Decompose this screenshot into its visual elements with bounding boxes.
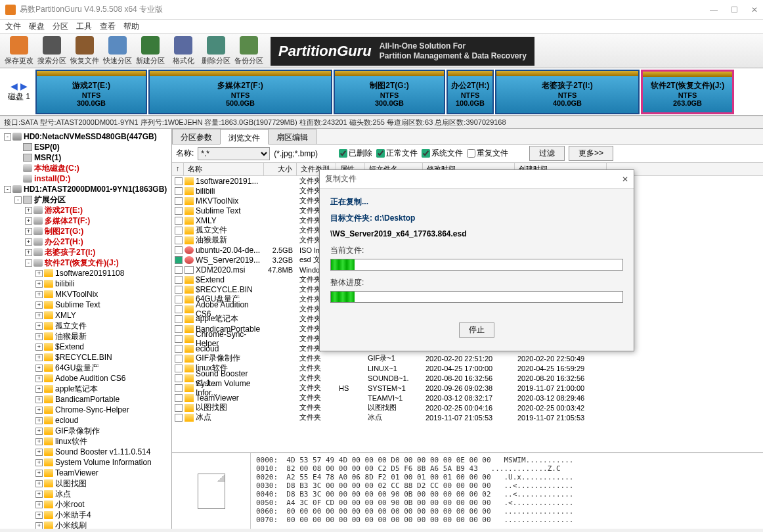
tree-item[interactable]: +Adobe Audition CS6 [1, 373, 170, 384]
expander-icon[interactable]: + [35, 438, 43, 445]
tree-item[interactable]: +BandicamPortable [1, 394, 170, 405]
tab-浏览文件[interactable]: 浏览文件 [220, 129, 269, 144]
checkbox-icon[interactable] [175, 335, 183, 343]
expander-icon[interactable]: + [35, 428, 43, 435]
expander-icon[interactable]: + [35, 449, 43, 456]
checkbox-icon[interactable] [175, 207, 183, 215]
checkbox-icon[interactable] [175, 246, 183, 254]
partition-多媒体2T(F:)[interactable]: 多媒体2T(F:)NTFS500.0GB [148, 70, 332, 114]
tbtn-删除分区[interactable]: 删除分区 [200, 36, 232, 66]
tbtn-恢复文件[interactable]: 恢复文件 [68, 36, 101, 66]
expander-icon[interactable]: + [35, 407, 43, 414]
checkbox-icon[interactable] [175, 227, 183, 234]
expander-icon[interactable]: + [35, 270, 43, 277]
expander-icon[interactable]: + [35, 470, 43, 477]
tree-item[interactable]: +ecloud [1, 415, 170, 426]
tbtn-格式化[interactable]: 格式化 [167, 36, 200, 66]
tree-item[interactable]: -HD1:ATAST2000DM001-9YN1(1863GB) [1, 184, 170, 194]
expander-icon[interactable]: + [35, 501, 43, 508]
tbtn-新建分区[interactable]: 新建分区 [134, 36, 167, 66]
checkbox-icon[interactable] [175, 187, 183, 195]
tree-item[interactable]: +bilibili [1, 278, 170, 289]
tree-item[interactable]: +游戏2T(E:) [1, 205, 170, 215]
expander-icon[interactable]: + [35, 417, 43, 424]
minimize-icon[interactable]: — [710, 5, 718, 14]
tbtn-搜索分区[interactable]: 搜索分区 [35, 36, 68, 66]
expander-icon[interactable]: - [4, 133, 11, 141]
expander-icon[interactable]: - [14, 196, 22, 204]
menu-查看[interactable]: 查看 [100, 21, 116, 32]
maximize-icon[interactable]: ☐ [731, 5, 738, 14]
tree-item[interactable]: -软件2T(恢复文件)(J:) [1, 257, 170, 268]
more-button[interactable]: 更多>> [569, 146, 613, 161]
tree-item[interactable]: +MKVToolNix [1, 289, 170, 299]
tree-item[interactable]: +多媒体2T(F:) [1, 215, 170, 226]
tree-item[interactable]: +制图2T(G:) [1, 226, 170, 236]
tree-item[interactable]: +Chrome-Sync-Helper [1, 405, 170, 415]
menu-硬盘[interactable]: 硬盘 [29, 21, 45, 32]
tree-item[interactable]: +System Volume Information [1, 457, 170, 468]
partition-老婆孩子2T(I:)[interactable]: 老婆孩子2T(I:)NTFS400.0GB [495, 70, 640, 114]
expander-icon[interactable]: + [35, 291, 43, 298]
chk-dup[interactable]: 重复文件 [467, 148, 508, 159]
tree-item[interactable]: +小米root [1, 499, 170, 510]
checkbox-icon[interactable] [175, 305, 183, 313]
expander-icon[interactable]: + [25, 207, 32, 214]
checkbox-icon[interactable] [175, 315, 183, 323]
pattern-select[interactable]: *.* [198, 147, 270, 160]
partition-软件2T(恢复文件)(J:)[interactable]: 软件2T(恢复文件)(J:)NTFS263.0GB [641, 70, 734, 114]
expander-icon[interactable]: + [35, 396, 43, 403]
expander-icon[interactable]: + [35, 480, 43, 487]
tree-item[interactable]: -HD0:NetacNVMeSSD480GB(447GB) [1, 131, 170, 142]
chk-deleted[interactable]: 已删除 [339, 148, 372, 159]
dialog-close-icon[interactable]: ✕ [622, 175, 628, 184]
tree-item[interactable]: +Sound Booster v1.11.0.514 [1, 447, 170, 457]
expander-icon[interactable]: + [35, 344, 43, 351]
tree-item[interactable]: +64GU盘量产 [1, 363, 170, 373]
checkbox-icon[interactable] [175, 404, 183, 412]
expander-icon[interactable]: + [35, 301, 43, 309]
checkbox-icon[interactable] [175, 177, 183, 185]
menu-工具[interactable]: 工具 [76, 21, 92, 32]
expander-icon[interactable]: - [25, 259, 32, 267]
checkbox-icon[interactable] [175, 236, 183, 244]
tree-item[interactable]: ESP(0) [1, 142, 170, 152]
stop-button[interactable]: 停止 [459, 322, 494, 338]
expander-icon[interactable]: + [35, 333, 43, 340]
checkbox-icon[interactable] [175, 345, 183, 353]
menu-帮助[interactable]: 帮助 [123, 21, 139, 32]
tbtn-快速分区[interactable]: 快速分区 [101, 36, 134, 66]
tree-item[interactable]: +冰点 [1, 489, 170, 499]
tree-item[interactable]: +办公2T(H:) [1, 236, 170, 247]
chk-system[interactable]: 系统文件 [422, 148, 463, 159]
checkbox-icon[interactable] [175, 414, 183, 422]
expander-icon[interactable]: + [35, 280, 43, 288]
file-row[interactable]: 冰点文件夹冰点2019-11-07 21:05:532019-11-07 21:… [172, 412, 763, 422]
tree-item[interactable]: +孤立文件 [1, 321, 170, 331]
checkbox-icon[interactable] [175, 266, 183, 274]
tree-item[interactable]: +GIF录像制作 [1, 426, 170, 436]
expander-icon[interactable]: + [35, 386, 43, 393]
tree-item[interactable]: +apple笔记本 [1, 384, 170, 394]
tree-item[interactable]: install(D:) [1, 173, 170, 184]
tree-item[interactable]: 本地磁盘(C:) [1, 163, 170, 173]
file-row[interactable]: TeamViewer文件夹TEAMVI~12020-03-12 08:32:17… [172, 393, 763, 403]
expander-icon[interactable]: - [4, 186, 11, 193]
partition-制图2T(G:)[interactable]: 制图2T(G:)NTFS300.0GB [334, 70, 445, 114]
tbtn-备份分区[interactable]: 备份分区 [232, 36, 265, 66]
prev-next-icon[interactable]: ◀ ▶ [11, 81, 28, 91]
expander-icon[interactable]: + [35, 322, 43, 330]
expander-icon[interactable]: + [35, 491, 43, 498]
checkbox-icon[interactable] [175, 355, 183, 363]
tree-item[interactable]: +小米线刷 [1, 520, 170, 529]
expander-icon[interactable]: + [35, 354, 43, 361]
tree-item[interactable]: -扩展分区 [1, 194, 170, 205]
tab-扇区编辑[interactable]: 扇区编辑 [268, 129, 316, 144]
tree-item[interactable]: +$RECYCLE.BIN [1, 352, 170, 363]
file-row[interactable]: 以图找图文件夹以图找图2020-02-25 00:04:162020-02-25… [172, 403, 763, 412]
tree-item[interactable]: +Sublime Text [1, 299, 170, 310]
tbtn-保存更改[interactable]: 保存更改 [3, 36, 35, 66]
up-icon[interactable]: ↑ [172, 163, 184, 175]
chk-normal[interactable]: 正常文件 [376, 148, 418, 159]
file-row[interactable]: System Volume Infor...文件夹HSSYSTEM~12020-… [172, 383, 763, 393]
